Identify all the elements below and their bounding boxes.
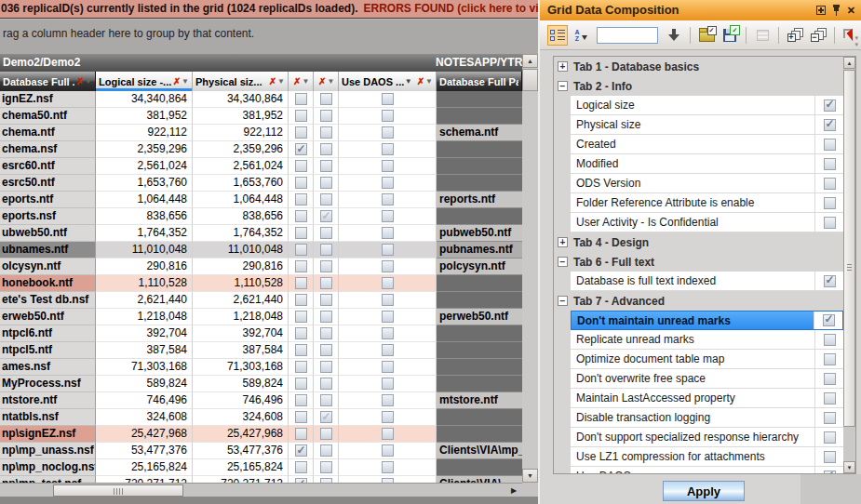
flag-checkbox[interactable]: [320, 444, 332, 457]
save-selection-button[interactable]: ✓: [720, 25, 740, 46]
tree-item-checkbox[interactable]: [824, 334, 836, 346]
cell-flag-2[interactable]: [314, 426, 339, 443]
error-status-bar[interactable]: 036 replicaID(s) currently listed in the…: [0, 0, 538, 19]
cell-flag-1[interactable]: [289, 376, 314, 392]
cell-logical-size[interactable]: 381,952: [96, 108, 193, 125]
table-row[interactable]: esrc50.ntf1,653,7601,653,760: [0, 175, 522, 192]
cell-physical-size[interactable]: 746,496: [193, 392, 289, 409]
categorized-view-button[interactable]: [547, 25, 568, 46]
cell-database-name[interactable]: np\mp_noclog.nsf: [0, 459, 96, 476]
flag-checkbox[interactable]: [320, 411, 332, 423]
cell-database-name[interactable]: chema.ntf: [0, 125, 96, 141]
column-header-use-daos-[interactable]: ▼Use DAOS ...✗▼: [339, 72, 437, 91]
cell-database-path[interactable]: pubnames.ntf: [437, 242, 522, 259]
cell-physical-size[interactable]: 1,064,448: [193, 192, 289, 208]
tree-item-checkbox-cell[interactable]: [814, 154, 843, 173]
flag-checkbox[interactable]: [320, 394, 332, 406]
tree-item-checkbox-cell[interactable]: [814, 350, 843, 368]
cell-use-daos[interactable]: [339, 158, 437, 175]
cell-flag-1[interactable]: [289, 426, 314, 443]
cell-database-name[interactable]: ubweb50.ntf: [0, 225, 96, 242]
table-row[interactable]: chema50.ntf381,952381,952: [0, 108, 522, 125]
cell-flag-2[interactable]: [314, 376, 339, 392]
cell-database-path[interactable]: [437, 409, 522, 426]
cell-physical-size[interactable]: 290,816: [193, 259, 289, 275]
cell-flag-2[interactable]: [314, 108, 339, 125]
use-daos-checkbox[interactable]: [382, 327, 394, 339]
filter-icon[interactable]: ✗▼: [293, 77, 309, 86]
cell-physical-size[interactable]: 922,112: [193, 125, 289, 141]
cell-flag-1[interactable]: [289, 309, 314, 325]
cell-logical-size[interactable]: 34,340,864: [96, 91, 193, 108]
use-daos-checkbox[interactable]: [382, 394, 394, 406]
table-row[interactable]: olcysyn.ntf290,816290,816polcysyn.ntf: [0, 259, 522, 275]
flag-checkbox[interactable]: [320, 160, 332, 172]
cell-logical-size[interactable]: 2,561,024: [96, 158, 193, 175]
filter-icon[interactable]: ✗▼: [417, 77, 433, 86]
cell-database-path[interactable]: Clients\VIA\: [437, 476, 522, 483]
cell-database-path[interactable]: [437, 208, 522, 225]
cell-logical-size[interactable]: 922,112: [96, 125, 193, 141]
scroll-up-icon[interactable]: ▲: [522, 54, 538, 68]
cell-use-daos[interactable]: [339, 376, 437, 392]
cell-use-daos[interactable]: [339, 242, 437, 259]
tree-item-checkbox-cell[interactable]: [814, 272, 843, 290]
tree-scroll-up-icon[interactable]: ▲: [843, 57, 855, 69]
cell-flag-2[interactable]: [314, 208, 339, 225]
filter-icon[interactable]: ✗▼: [269, 77, 285, 86]
cell-database-path[interactable]: [437, 459, 522, 476]
vertical-scroll-thumb[interactable]: [522, 69, 538, 91]
cell-use-daos[interactable]: [339, 325, 437, 342]
table-row[interactable]: np\mp_unass.nsf53,477,37653,477,376Clien…: [0, 443, 522, 459]
flag-checkbox[interactable]: [295, 361, 307, 373]
column-header-database-full-pa[interactable]: Database Full Pa: [437, 72, 522, 91]
table-row[interactable]: ete's Test db.nsf2,621,4402,621,440: [0, 292, 522, 309]
cell-database-path[interactable]: Clients\VIA\mp_: [437, 443, 522, 459]
cell-physical-size[interactable]: 381,952: [193, 108, 289, 125]
group-by-drop-zone[interactable]: rag a column header here to group by tha…: [0, 20, 538, 54]
apply-filter-button[interactable]: [664, 25, 684, 46]
flag-checkbox[interactable]: [320, 93, 332, 105]
cell-physical-size[interactable]: 34,340,864: [193, 91, 289, 108]
cell-database-path[interactable]: mtstore.ntf: [437, 392, 522, 409]
table-row[interactable]: esrc60.ntf2,561,0242,561,024: [0, 158, 522, 175]
cell-database-name[interactable]: eports.nsf: [0, 208, 96, 225]
table-row[interactable]: ntatbls.nsf324,608324,608: [0, 409, 522, 426]
cell-flag-2[interactable]: [314, 325, 339, 342]
cell-logical-size[interactable]: 2,359,296: [96, 141, 193, 158]
cell-database-name[interactable]: ntstore.ntf: [0, 392, 96, 409]
cell-logical-size[interactable]: 720,271,712: [96, 476, 193, 483]
sort-az-button[interactable]: AZ: [571, 25, 591, 46]
tree-item-checkbox[interactable]: [824, 275, 836, 287]
collapse-box-icon[interactable]: −: [558, 257, 568, 267]
filter-input[interactable]: [597, 27, 658, 44]
cell-use-daos[interactable]: [339, 459, 437, 476]
cell-physical-size[interactable]: 25,165,824: [193, 459, 289, 476]
cell-use-daos[interactable]: [339, 192, 437, 208]
column-header-database-full-[interactable]: Database Full ...✗▼: [0, 72, 96, 91]
column-header-flag-3[interactable]: ✗▼: [289, 72, 314, 91]
use-daos-checkbox[interactable]: [382, 110, 394, 122]
cell-physical-size[interactable]: 324,608: [193, 409, 289, 426]
tree-item-don-t-support-specialized-response-hierarchy[interactable]: Don't support specialized response hiera…: [571, 428, 843, 447]
dropdown-arrow-icon[interactable]: ▼: [405, 77, 412, 86]
use-daos-checkbox[interactable]: [382, 210, 394, 222]
tree-item-checkbox-cell[interactable]: [814, 193, 843, 212]
tree-item-checkbox[interactable]: [824, 451, 836, 463]
flag-checkbox[interactable]: [295, 327, 307, 339]
tree-item-checkbox-cell[interactable]: [814, 96, 843, 114]
cell-database-name[interactable]: chema50.ntf: [0, 108, 96, 125]
flag-checkbox[interactable]: [295, 193, 307, 206]
cell-use-daos[interactable]: [339, 225, 437, 242]
tree-item-checkbox-cell[interactable]: [814, 115, 843, 134]
table-row[interactable]: ntstore.ntf746,496746,496mtstore.ntf: [0, 392, 522, 409]
cell-logical-size[interactable]: 1,064,448: [96, 192, 193, 208]
tree-item-checkbox[interactable]: [824, 197, 836, 209]
tree-item-checkbox-cell[interactable]: [814, 408, 843, 427]
tree-item-checkbox[interactable]: [824, 353, 836, 365]
cell-flag-2[interactable]: [314, 459, 339, 476]
tree-item-checkbox[interactable]: [824, 158, 836, 170]
cell-physical-size[interactable]: 392,704: [193, 325, 289, 342]
cell-flag-2[interactable]: [314, 259, 339, 275]
cell-database-name[interactable]: np\signEZ.nsf: [0, 426, 96, 443]
